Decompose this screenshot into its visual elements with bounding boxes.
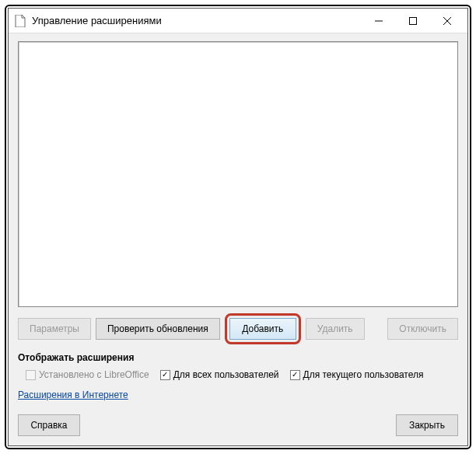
maximize-button[interactable]	[396, 9, 430, 33]
all-users-checkbox[interactable]: Для всех пользователей	[160, 369, 279, 380]
titlebar: Управление расширениями	[9, 9, 467, 33]
check-updates-button[interactable]: Проверить обновления	[96, 318, 220, 340]
options-button: Параметры	[18, 318, 91, 340]
screenshot-frame: Управление расширениями Параметры Провер…	[5, 5, 471, 449]
content-area: Параметры Проверить обновления Добавить …	[9, 33, 467, 445]
help-button[interactable]: Справка	[18, 414, 80, 436]
document-icon	[15, 15, 26, 27]
checkbox-icon	[160, 370, 170, 380]
current-user-checkbox-label: Для текущего пользователя	[303, 369, 424, 380]
extensions-online-link[interactable]: Расширения в Интернете	[18, 389, 458, 400]
close-dialog-button[interactable]: Закрыть	[396, 414, 458, 436]
display-extensions-label: Отображать расширения	[18, 352, 458, 363]
bundled-checkbox: Установлено с LibreOffice	[26, 369, 149, 380]
svg-rect-1	[410, 17, 417, 24]
minimize-button[interactable]	[362, 9, 396, 33]
bundled-checkbox-label: Установлено с LibreOffice	[39, 369, 149, 380]
extensions-list[interactable]	[18, 41, 458, 307]
close-button[interactable]	[430, 9, 464, 33]
action-buttons-row: Параметры Проверить обновления Добавить …	[18, 313, 458, 344]
checkbox-icon	[26, 370, 36, 380]
checkbox-icon	[290, 370, 300, 380]
add-button[interactable]: Добавить	[229, 318, 296, 340]
bottom-buttons-row: Справка Закрыть	[18, 407, 458, 436]
filter-checkbox-row: Установлено с LibreOffice Для всех польз…	[18, 369, 458, 380]
disable-button: Отключить	[387, 318, 458, 340]
all-users-checkbox-label: Для всех пользователей	[173, 369, 279, 380]
window-title: Управление расширениями	[32, 15, 162, 26]
remove-button: Удалить	[306, 318, 365, 340]
extension-manager-window: Управление расширениями Параметры Провер…	[8, 8, 468, 446]
current-user-checkbox[interactable]: Для текущего пользователя	[290, 369, 424, 380]
add-button-highlight: Добавить	[225, 313, 301, 344]
